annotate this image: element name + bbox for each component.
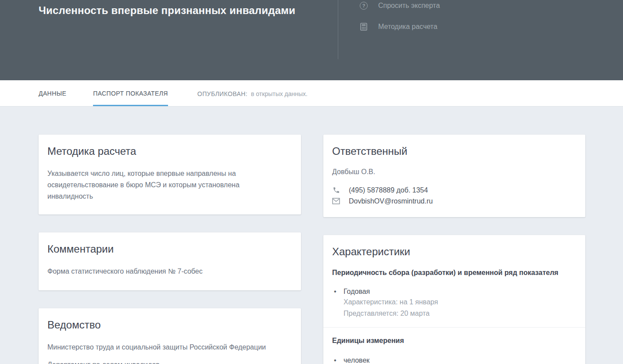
page: Численность впервые признанных инвалидам… bbox=[0, 0, 623, 364]
characteristics-card-title: Характеристики bbox=[332, 246, 576, 258]
ask-expert-label: Спросить эксперта bbox=[378, 2, 440, 10]
characteristics-divider bbox=[323, 327, 585, 328]
question-circle-icon: ? bbox=[360, 2, 368, 10]
periodicity-heading: Периодичность сбора (разработки) и време… bbox=[332, 268, 576, 277]
agency-card-title: Ведомство bbox=[47, 319, 292, 331]
methodology-link-label: Методика расчета bbox=[378, 23, 437, 31]
published-value: в открытых данных. bbox=[251, 90, 308, 97]
calculator-icon bbox=[360, 23, 368, 31]
phone-row: (495) 5878889 доб. 1354 bbox=[332, 185, 576, 196]
header-menu: ? Спросить эксперта Методи bbox=[360, 2, 440, 31]
methodology-link[interactable]: Методика расчета bbox=[360, 23, 440, 31]
periodicity-detail-characteristic: Характеристика: на 1 января bbox=[332, 296, 576, 308]
methodology-card-body: Указывается число лиц, которые впервые н… bbox=[47, 168, 276, 202]
right-column: Ответственный Довбыш О.В. (495) 5878889 … bbox=[323, 135, 585, 364]
envelope-icon bbox=[332, 197, 340, 205]
agency-department: Департамент по делам инвалидов bbox=[47, 359, 292, 364]
periodicity-detail-presented: Представляется: 20 марта bbox=[332, 308, 576, 319]
agency-card: Ведомство Министерство труда и социально… bbox=[39, 308, 301, 364]
tab-data[interactable]: ДАННЫЕ bbox=[39, 80, 66, 106]
comments-card-title: Комментарии bbox=[47, 243, 292, 255]
tab-bar: ДАННЫЕ ПАСПОРТ ПОКАЗАТЕЛЯ ОПУБЛИКОВАН: в… bbox=[0, 80, 623, 107]
methodology-card: Методика расчета Указывается число лиц, … bbox=[39, 135, 301, 214]
periodicity-value: Годовая bbox=[332, 287, 576, 296]
characteristics-card: Характеристики Периодичность сбора (разр… bbox=[323, 235, 585, 364]
responsible-card-title: Ответственный bbox=[332, 145, 576, 157]
tab-passport[interactable]: ПАСПОРТ ПОКАЗАТЕЛЯ bbox=[93, 80, 168, 106]
comments-card-body: Форма статистического наблюдения № 7-соб… bbox=[47, 266, 292, 277]
header-divider bbox=[338, 0, 338, 59]
phone-icon bbox=[332, 186, 340, 194]
page-title: Численность впервые признанных инвалидам… bbox=[39, 4, 295, 17]
comments-card: Комментарии Форма статистического наблюд… bbox=[39, 232, 301, 290]
agency-ministry: Министерство труда и социальной защиты Р… bbox=[47, 342, 292, 353]
published-status: ОПУБЛИКОВАН: в открытых данных. bbox=[197, 80, 308, 106]
responsible-card: Ответственный Довбыш О.В. (495) 5878889 … bbox=[323, 135, 585, 217]
phone-number[interactable]: (495) 5878889 доб. 1354 bbox=[349, 185, 428, 196]
left-column: Методика расчета Указывается число лиц, … bbox=[39, 135, 301, 364]
methodology-card-title: Методика расчета bbox=[47, 145, 292, 157]
email-address[interactable]: DovbishOV@rosmintrud.ru bbox=[349, 196, 433, 207]
responsible-name: Довбыш О.В. bbox=[332, 168, 576, 176]
page-header: Численность впервые признанных инвалидам… bbox=[0, 0, 623, 80]
ask-expert-link[interactable]: ? Спросить эксперта bbox=[360, 2, 440, 10]
units-value: человек bbox=[332, 356, 576, 364]
units-heading: Единицы измерения bbox=[332, 336, 576, 345]
email-row: DovbishOV@rosmintrud.ru bbox=[332, 196, 576, 207]
published-label: ОПУБЛИКОВАН: bbox=[197, 90, 247, 97]
content-area: Методика расчета Указывается число лиц, … bbox=[0, 107, 623, 364]
